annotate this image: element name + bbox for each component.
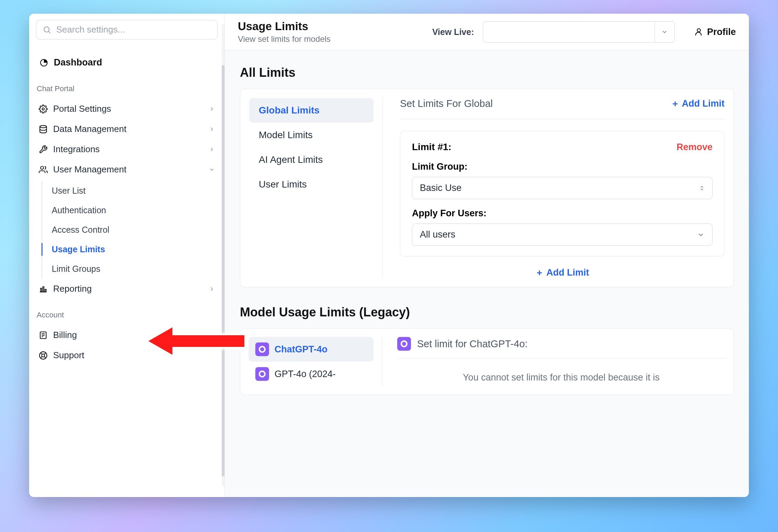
svg-line-1 [49, 32, 50, 33]
svg-point-0 [44, 27, 49, 32]
add-limit-button-bottom[interactable]: Add Limit [535, 267, 589, 278]
profile-label: Profile [707, 27, 736, 37]
life-buoy-icon [39, 351, 48, 360]
tab-agent-limits[interactable]: AI Agent Limits [249, 147, 374, 172]
limit-group-select[interactable]: Basic Use [412, 177, 713, 199]
page-title: Usage Limits [238, 20, 330, 33]
tab-global-limits[interactable]: Global Limits [249, 98, 374, 123]
nav-support-label: Support [53, 350, 84, 361]
nav-reporting-label: Reporting [53, 283, 92, 294]
openai-icon [255, 342, 269, 356]
select-arrows-icon [699, 185, 705, 192]
nav-reporting[interactable]: Reporting [36, 279, 218, 299]
nav-sub-usage-limits[interactable]: Usage Limits [42, 240, 218, 259]
svg-point-15 [42, 354, 45, 357]
nav-integrations[interactable]: Integrations [36, 139, 218, 159]
content-scroll[interactable]: All Limits Global Limits Model Limits AI… [225, 50, 749, 497]
database-icon [39, 125, 48, 134]
svg-point-4 [40, 125, 47, 128]
chevron-down-icon [209, 167, 215, 173]
view-live-label: View Live: [432, 27, 474, 37]
nav-data-management[interactable]: Data Management [36, 119, 218, 139]
nav-portal-settings-label: Portal Settings [53, 104, 111, 114]
nav-dashboard[interactable]: Dashboard [36, 52, 218, 73]
add-limit-button-top[interactable]: Add Limit [671, 98, 725, 109]
legacy-tab-chatgpt4o-label: ChatGPT-4o [275, 344, 328, 355]
plus-icon [671, 100, 679, 108]
main-area: Usage Limits View set limits for models … [224, 14, 749, 497]
nav-dashboard-label: Dashboard [54, 57, 102, 68]
nav-sub-user-list[interactable]: User List [42, 181, 218, 201]
apply-users-value: All users [420, 229, 455, 240]
openai-icon [397, 337, 411, 351]
limits-tabs: Global Limits Model Limits AI Agent Limi… [249, 98, 383, 278]
profile-link[interactable]: Profile [694, 27, 736, 37]
openai-icon [255, 367, 269, 381]
legacy-tab-chatgpt4o[interactable]: ChatGPT-4o [248, 337, 374, 362]
bar-chart-icon [39, 285, 48, 293]
svg-line-17 [44, 356, 46, 358]
limit-card-1: Limit #1: Remove Limit Group: Basic Use … [400, 131, 725, 256]
tools-icon [39, 145, 48, 154]
svg-line-16 [40, 353, 42, 354]
all-limits-panel: Global Limits Model Limits AI Agent Limi… [240, 89, 734, 287]
search-settings-input[interactable] [36, 20, 218, 39]
apply-users-select[interactable]: All users [412, 223, 713, 246]
svg-line-18 [44, 353, 46, 354]
chevron-down-icon [697, 231, 705, 239]
page-title-block: Usage Limits View set limits for models [238, 20, 330, 44]
legacy-panel: ChatGPT-4o GPT-4o (2024- Set lim [240, 328, 734, 395]
add-limit-bottom-label: Add Limit [546, 267, 589, 278]
user-management-submenu: User List Authentication Access Control … [41, 181, 218, 279]
topbar: Usage Limits View set limits for models … [225, 14, 749, 50]
limit-group-value: Basic Use [420, 183, 462, 193]
user-icon [694, 27, 704, 37]
dashboard-icon [39, 58, 48, 67]
svg-point-5 [40, 166, 44, 169]
nav-billing-label: Billing [53, 330, 77, 340]
add-limit-label: Add Limit [682, 98, 725, 109]
chevron-right-icon [209, 126, 215, 132]
plus-icon [535, 269, 544, 277]
limit-card-title: Limit #1: [412, 142, 451, 153]
nav-portal-settings[interactable]: Portal Settings [36, 99, 218, 119]
section-chat-portal-label: Chat Portal [36, 73, 218, 99]
nav-integrations-label: Integrations [53, 144, 100, 155]
nav-user-management[interactable]: User Management [36, 159, 218, 180]
nav-sub-limit-groups[interactable]: Limit Groups [42, 259, 218, 279]
tab-model-limits[interactable]: Model Limits [249, 123, 374, 147]
view-live-select[interactable] [483, 21, 675, 43]
nav-sub-authentication[interactable]: Authentication [42, 201, 218, 220]
nav-user-management-label: User Management [53, 164, 126, 175]
legacy-tabs: ChatGPT-4o GPT-4o (2024- [248, 337, 382, 386]
sidebar: Dashboard Chat Portal Portal Settings Da… [29, 14, 224, 497]
chevron-right-icon [209, 106, 215, 112]
limits-body: Set Limits For Global Add Limit Limit #1… [383, 98, 725, 278]
svg-line-19 [40, 356, 42, 358]
limits-header: Set Limits For Global [400, 98, 493, 109]
limit-group-label: Limit Group: [412, 161, 713, 172]
users-icon [39, 165, 48, 174]
search-input-field[interactable] [56, 24, 211, 35]
legacy-tab-gpt4o-2024[interactable]: GPT-4o (2024- [248, 362, 374, 386]
svg-rect-9 [45, 289, 46, 292]
svg-rect-8 [43, 287, 44, 292]
svg-rect-7 [40, 288, 41, 292]
sidebar-scrollbar[interactable] [222, 24, 224, 487]
apply-users-label: Apply For Users: [412, 208, 713, 219]
svg-point-20 [697, 29, 700, 32]
nav-billing[interactable]: Billing [36, 325, 218, 345]
page-subtitle: View set limits for models [238, 34, 330, 44]
nav-sub-access-control[interactable]: Access Control [42, 220, 218, 240]
all-limits-title: All Limits [240, 65, 734, 80]
chevron-down-icon [655, 22, 674, 42]
app-window: Dashboard Chat Portal Portal Settings Da… [29, 14, 749, 497]
section-account-label: Account [36, 299, 218, 325]
legacy-title: Model Usage Limits (Legacy) [240, 305, 734, 319]
receipt-icon [39, 331, 48, 340]
chevron-right-icon [209, 146, 215, 153]
legacy-tab-gpt4o-2024-label: GPT-4o (2024- [275, 369, 336, 379]
nav-support[interactable]: Support [36, 345, 218, 365]
tab-user-limits[interactable]: User Limits [249, 172, 374, 197]
remove-limit-button[interactable]: Remove [677, 142, 713, 153]
